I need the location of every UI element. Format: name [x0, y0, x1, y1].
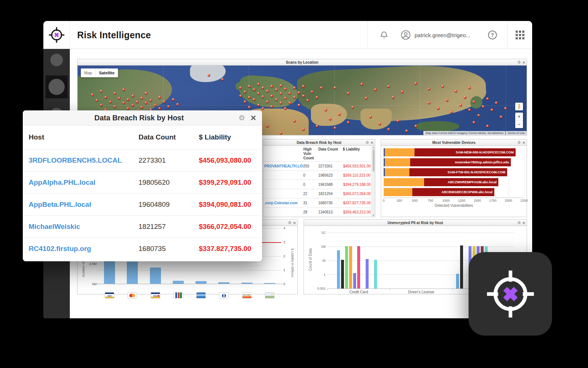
map-marker[interactable] [473, 100, 475, 103]
map-marker[interactable] [379, 123, 381, 125]
close-icon[interactable]: × [522, 221, 525, 225]
map-marker[interactable] [347, 92, 349, 95]
map-marker[interactable] [293, 96, 296, 99]
host-link[interactable]: 3RDFLOORBENCH5.LOCAL [29, 156, 139, 164]
zoom-out-button[interactable]: − [515, 121, 523, 128]
host-link[interactable]: RC4102.firstup.org [29, 245, 139, 253]
close-icon[interactable]: × [293, 221, 296, 225]
map-marker[interactable] [464, 96, 466, 99]
close-icon[interactable]: × [370, 141, 373, 145]
map-marker[interactable] [275, 98, 278, 101]
map-marker[interactable] [257, 92, 260, 95]
map-marker[interactable] [244, 100, 246, 103]
host-link[interactable]: PROVANTHEALTH.LOCAL [263, 164, 303, 168]
user-menu[interactable]: patrick.green@trigeo... [401, 30, 481, 40]
map-marker[interactable] [405, 130, 408, 132]
map-marker[interactable] [114, 92, 116, 95]
map-marker[interactable] [248, 106, 251, 109]
map-marker[interactable] [239, 86, 242, 89]
zoom-in-button[interactable]: + [515, 113, 523, 121]
scroll-up-icon[interactable]: ▲ [373, 146, 374, 148]
app-switcher-button[interactable] [507, 21, 532, 49]
sidebar-item-1[interactable] [50, 54, 63, 66]
host-link[interactable]: .corp.Coinstar.com [263, 201, 303, 205]
scrollbar[interactable]: ▲ ▼ [372, 146, 375, 217]
map-marker[interactable] [136, 100, 139, 103]
gear-icon[interactable]: ⚙ [517, 60, 521, 64]
app-logo[interactable] [43, 21, 70, 49]
y-tick-label: 1 [324, 273, 326, 276]
map-marker[interactable] [132, 95, 134, 97]
gear-icon[interactable]: ⚙ [517, 141, 521, 145]
map-marker[interactable] [140, 106, 143, 109]
map-marker[interactable] [163, 100, 165, 103]
close-icon[interactable]: × [522, 141, 525, 145]
map-marker[interactable] [334, 127, 336, 129]
map-marker[interactable] [415, 82, 417, 85]
map-marker[interactable] [316, 125, 318, 127]
map-marker[interactable] [91, 93, 94, 96]
map-marker[interactable] [280, 132, 282, 134]
map-marker[interactable] [280, 92, 282, 95]
host-link[interactable]: MichaelWeiskic [29, 223, 139, 231]
map-marker[interactable] [150, 99, 152, 102]
gear-icon[interactable]: ⚙ [517, 221, 521, 225]
map-marker[interactable] [100, 104, 103, 106]
map-button[interactable]: Map [81, 68, 95, 77]
map-marker[interactable] [316, 96, 318, 99]
map-marker[interactable] [477, 114, 480, 117]
map-marker[interactable] [334, 86, 336, 89]
map-marker[interactable] [176, 103, 179, 106]
map-marker[interactable] [486, 125, 489, 127]
map-marker[interactable] [109, 100, 112, 103]
scroll-down-icon[interactable]: ▼ [373, 214, 374, 216]
map-marker[interactable] [253, 98, 255, 101]
host-link[interactable]: AppAlpha.PHL.local [29, 178, 139, 187]
map-marker[interactable] [298, 104, 300, 106]
map-marker[interactable] [486, 98, 489, 100]
map-marker[interactable] [266, 125, 269, 127]
help-button[interactable]: ? [488, 31, 497, 39]
map-marker[interactable] [280, 84, 282, 87]
map-marker[interactable] [415, 125, 417, 127]
map-marker[interactable] [293, 86, 296, 89]
map-marker[interactable] [266, 100, 269, 103]
close-icon[interactable]: × [522, 60, 525, 64]
map-marker[interactable] [320, 86, 323, 89]
notifications-button[interactable] [368, 30, 401, 40]
map-marker[interactable] [468, 86, 471, 89]
map-marker[interactable] [482, 105, 484, 108]
map-marker[interactable] [96, 99, 98, 102]
map-marker[interactable] [257, 104, 260, 106]
map-marker[interactable] [446, 99, 448, 102]
gear-icon[interactable]: ⚙ [288, 221, 292, 225]
map-marker[interactable] [441, 85, 444, 88]
pegman-control[interactable] [515, 103, 523, 110]
gear-icon[interactable]: ⚙ [239, 113, 245, 122]
map-marker[interactable] [172, 98, 175, 101]
map-terms-link[interactable]: Terms of Use [506, 131, 527, 135]
map-marker[interactable] [154, 104, 157, 106]
map-marker[interactable] [262, 86, 264, 89]
map-marker[interactable] [114, 105, 116, 108]
host-link[interactable]: AppBeta.PHL.local [29, 201, 139, 209]
map-marker[interactable] [257, 83, 260, 85]
map-marker[interactable] [293, 120, 296, 122]
satellite-button[interactable]: Satellite [95, 68, 118, 77]
map-marker[interactable] [459, 104, 462, 106]
sidebar-item-2[interactable] [49, 79, 65, 95]
map-marker[interactable] [437, 107, 440, 110]
map-marker[interactable] [374, 88, 377, 91]
close-icon[interactable]: × [251, 114, 256, 121]
map-marker[interactable] [500, 116, 502, 118]
map-marker[interactable] [221, 78, 224, 81]
map-marker[interactable] [401, 91, 404, 93]
map-marker[interactable] [118, 97, 121, 99]
map-marker[interactable] [298, 91, 300, 94]
map-marker[interactable] [132, 104, 134, 106]
map-marker[interactable] [302, 85, 305, 88]
map-marker[interactable] [338, 113, 341, 116]
map-marker[interactable] [306, 99, 309, 102]
gear-icon[interactable]: ⚙ [366, 141, 369, 145]
map-marker[interactable] [253, 88, 255, 91]
